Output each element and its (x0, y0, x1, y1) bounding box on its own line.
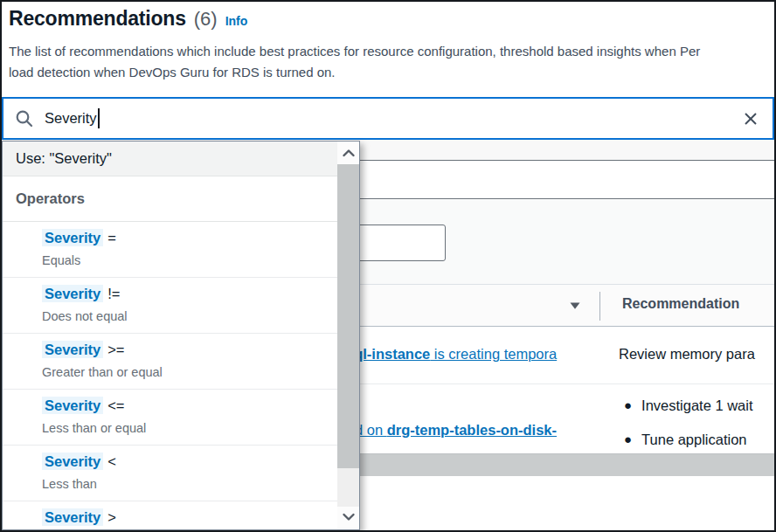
property-token: Severity (42, 397, 103, 414)
operator-symbol: != (107, 286, 120, 301)
property-token: Severity (42, 341, 103, 358)
bullet-icon: ● (624, 432, 632, 448)
bullet-text: Tune application (641, 432, 746, 448)
link-text: is creating tempora (430, 346, 557, 362)
bullet-icon: ● (624, 397, 632, 414)
insight-link[interactable]: sql-instance is creating tempora (346, 346, 605, 363)
scrollbar-thumb[interactable] (337, 164, 359, 468)
operator-description: Less than or equal (42, 421, 338, 435)
property-token: Severity (42, 508, 103, 526)
page-description: The list of recommendations which includ… (9, 41, 774, 83)
operators-group-label: Operators (3, 176, 338, 222)
result-count: (6) (194, 8, 218, 31)
property-token: Severity (42, 453, 103, 470)
text-cursor (98, 108, 100, 128)
description-line-2: load detection when DevOps Guru for RDS … (9, 62, 774, 83)
info-link[interactable]: Info (225, 14, 248, 28)
sort-descending-icon[interactable] (569, 298, 581, 314)
clear-filter-button[interactable] (740, 108, 761, 129)
recommendations-panel: Recommendations (6) Info The list of rec… (0, 0, 776, 532)
insight-link[interactable]: d on drg-temp-tables-on-disk- (355, 422, 605, 439)
scroll-up-button[interactable] (337, 142, 359, 164)
operator-option-equals[interactable]: Severity= Equals (3, 222, 338, 278)
operator-option-greater-than[interactable]: Severity> (3, 501, 338, 530)
operator-option-less-equal[interactable]: Severity<= Less than or equal (3, 390, 338, 446)
horizontal-scrollbar[interactable] (353, 453, 774, 476)
operator-description: Equals (42, 253, 338, 267)
scrollbar-track (337, 468, 359, 507)
operator-description: Does not equal (42, 309, 338, 323)
bullet-item: ●Tune application (624, 432, 774, 448)
operator-symbol: <= (107, 397, 124, 413)
bullet-text: Investigate 1 wait (641, 397, 753, 414)
operator-symbol: < (107, 453, 116, 469)
recommendation-cell: Review memory para (619, 346, 774, 363)
operator-symbol: >= (107, 342, 124, 357)
search-icon (15, 109, 34, 128)
property-filter-input[interactable]: Severity (2, 97, 774, 140)
bullet-item: ●Investigate 1 wait (624, 397, 774, 414)
link-resource-name: drg-temp-tables-on-disk- (387, 422, 557, 438)
description-line-1: The list of recommendations which includ… (9, 41, 774, 62)
column-divider (599, 292, 600, 321)
partially-hidden-button[interactable] (348, 225, 446, 261)
operator-symbol: = (107, 230, 116, 245)
column-header-recommendation[interactable]: Recommendation (622, 296, 739, 312)
use-free-text-option[interactable]: Use: "Severity" (3, 142, 338, 176)
property-token: Severity (42, 285, 103, 302)
property-token: Severity (42, 229, 103, 246)
page-title: Recommendations (9, 7, 186, 31)
page-header: Recommendations (6) Info (9, 7, 247, 31)
dropdown-scrollbar[interactable] (337, 142, 359, 529)
filter-suggestions-dropdown: Use: "Severity" Operators Severity= Equa… (2, 141, 360, 530)
operator-option-greater-equal[interactable]: Severity>= Greater than or equal (3, 334, 338, 390)
operator-description: Less than (42, 477, 338, 491)
scroll-down-button[interactable] (337, 507, 359, 528)
operator-option-less-than[interactable]: Severity< Less than (3, 446, 338, 501)
operator-option-not-equals[interactable]: Severity!= Does not equal (3, 278, 338, 334)
operator-symbol: > (107, 509, 116, 525)
filter-input-value: Severity (45, 110, 97, 127)
operator-description: Greater than or equal (42, 365, 338, 379)
